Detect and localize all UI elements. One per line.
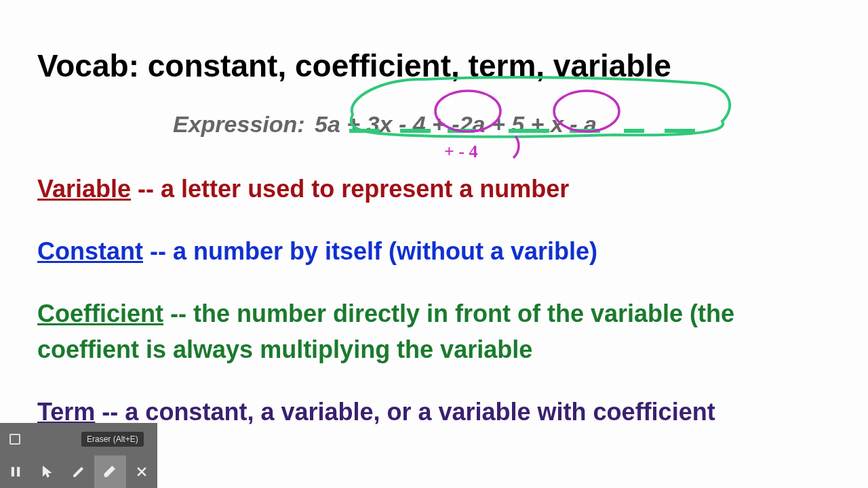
handwriting-note: + - 4: [444, 142, 477, 162]
expression-label: Expression:: [173, 111, 305, 137]
eraser-button[interactable]: [94, 455, 125, 488]
svg-rect-2: [12, 467, 14, 476]
annotation-toolbar: Eraser (Alt+E): [0, 423, 157, 488]
pen-button[interactable]: [63, 455, 94, 488]
text-constant: -- a number by itself (without a varible…: [143, 237, 597, 265]
def-coefficient: Coefficient -- the number directly in fr…: [37, 296, 831, 367]
def-variable: Variable -- a letter used to represent a…: [37, 171, 831, 207]
toolbar-bottom-row: [0, 455, 157, 488]
close-button[interactable]: [126, 455, 157, 488]
page-title: Vocab: constant, coefficient, term, vari…: [37, 47, 831, 84]
def-constant: Constant -- a number by itself (without …: [37, 234, 831, 269]
expression-row: Expression: 5a + 3x - 4 + -2a + 5 + x - …: [173, 111, 597, 138]
text-term: -- a constant, a variable, or a variable…: [95, 398, 715, 426]
stop-button[interactable]: [9, 434, 20, 445]
toolbar-top-row: Eraser (Alt+E): [0, 423, 157, 455]
expression-body: 5a + 3x - 4 + -2a + 5 + x - a: [315, 111, 597, 137]
pause-button[interactable]: [0, 455, 31, 488]
cursor-button[interactable]: [31, 455, 62, 488]
slide-content: Vocab: constant, coefficient, term, vari…: [0, 0, 868, 430]
keyword-variable: Variable: [37, 175, 131, 203]
text-variable: -- a letter used to represent a number: [131, 175, 569, 203]
keyword-term: Term: [37, 398, 95, 426]
eraser-tooltip: Eraser (Alt+E): [81, 432, 144, 447]
keyword-coefficient: Coefficient: [37, 300, 163, 327]
svg-rect-3: [18, 467, 20, 476]
keyword-constant: Constant: [37, 237, 143, 265]
